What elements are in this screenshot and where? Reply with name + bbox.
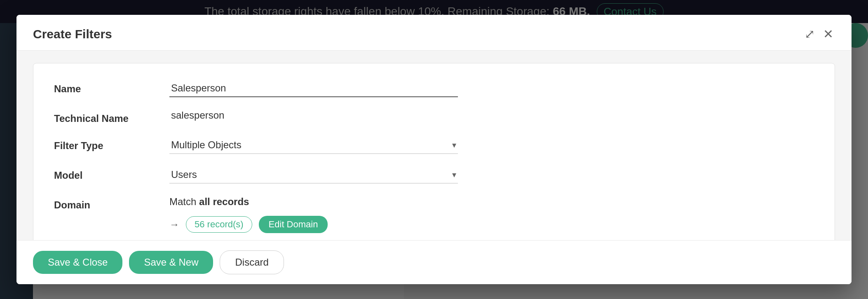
domain-actions: → 56 record(s) Edit Domain	[169, 216, 814, 233]
modal-footer: Save & Close Save & New Discard	[16, 240, 852, 284]
filter-type-value-container: Multiple Objects ▾	[169, 137, 458, 154]
domain-match-bold: all records	[199, 196, 249, 207]
filter-type-chevron-icon: ▾	[452, 140, 456, 150]
filter-type-row: Filter Type Multiple Objects ▾	[54, 137, 814, 154]
model-selected: Users	[171, 169, 197, 180]
create-filters-modal: Create Filters ⤢ ✕ Name Technical Name s…	[16, 15, 852, 284]
model-chevron-icon: ▾	[452, 170, 456, 180]
model-value-container: Users ▾	[169, 166, 458, 184]
name-value-container	[169, 80, 458, 97]
filter-type-label: Filter Type	[54, 137, 161, 152]
technical-name-row: Technical Name salesperson	[54, 110, 814, 124]
name-row: Name	[54, 80, 814, 97]
modal-controls: ⤢ ✕	[803, 26, 835, 42]
model-select[interactable]: Users ▾	[169, 166, 458, 184]
save-close-button[interactable]: Save & Close	[33, 251, 122, 274]
model-label: Model	[54, 166, 161, 181]
domain-match-prefix: Match	[169, 196, 199, 207]
technical-name-value-container: salesperson	[169, 110, 458, 121]
filter-type-selected: Multiple Objects	[171, 139, 242, 151]
domain-match-text: Match all records	[169, 196, 814, 208]
close-button[interactable]: ✕	[821, 26, 835, 42]
domain-content: Match all records → 56 record(s) Edit Do…	[169, 196, 814, 233]
edit-domain-button[interactable]: Edit Domain	[259, 216, 328, 233]
discard-button[interactable]: Discard	[220, 250, 284, 274]
form-card: Name Technical Name salesperson Filter T…	[33, 63, 835, 240]
name-label: Name	[54, 80, 161, 95]
technical-name-label: Technical Name	[54, 110, 161, 124]
filter-type-select[interactable]: Multiple Objects ▾	[169, 137, 458, 154]
model-row: Model Users ▾	[54, 166, 814, 184]
modal-title: Create Filters	[33, 27, 112, 41]
expand-button[interactable]: ⤢	[803, 26, 816, 42]
save-new-button[interactable]: Save & New	[129, 251, 213, 274]
records-badge-button[interactable]: 56 record(s)	[186, 216, 252, 233]
modal-body: Name Technical Name salesperson Filter T…	[16, 51, 852, 240]
domain-arrow-icon: →	[169, 219, 179, 230]
domain-row: Domain Match all records → 56 record(s) …	[54, 196, 814, 233]
technical-name-value: salesperson	[169, 107, 226, 123]
modal-header: Create Filters ⤢ ✕	[16, 15, 852, 51]
domain-label: Domain	[54, 196, 161, 211]
name-input[interactable]	[169, 80, 458, 97]
